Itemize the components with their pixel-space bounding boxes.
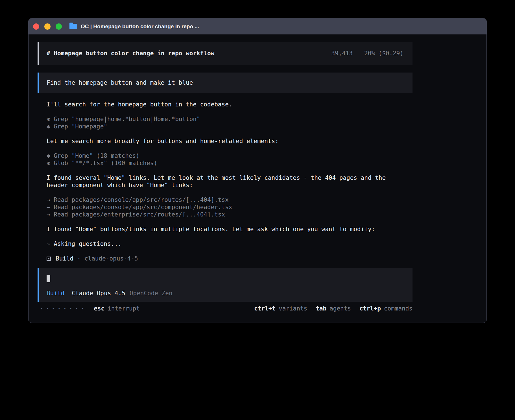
assistant-text: I found several "Home" links. Let me loo… <box>47 174 402 189</box>
window-titlebar[interactable]: OC | Homepage button color change in rep… <box>29 18 486 34</box>
shortcut-label: commands <box>384 305 413 312</box>
shortcut-key: ctrl+p <box>359 305 381 312</box>
shortcut-agents: tab agents <box>316 305 351 312</box>
agent-model: claude-opus-4-5 <box>84 255 138 262</box>
zoom-button[interactable] <box>56 23 62 30</box>
tool-call-read: → Read packages/enterprise/src/routes/[.… <box>47 211 413 218</box>
agent-status-line: Build · claude-opus-4-5 <box>47 255 413 262</box>
shortcut-interrupt: esc interrupt <box>94 305 140 312</box>
minimize-button[interactable] <box>44 23 51 30</box>
shortcut-key: tab <box>316 305 326 312</box>
text-cursor <box>47 275 50 282</box>
separator-dot: · <box>77 255 81 262</box>
spinner-dots-icon: ········ <box>40 305 86 312</box>
tool-call-grep: ✱ Grep "Homepage" <box>47 123 413 130</box>
model-label: Claude Opus 4.5 <box>72 290 125 297</box>
terminal-window: OC | Homepage button color change in rep… <box>28 18 487 323</box>
shortcut-commands: ctrl+p commands <box>359 305 413 312</box>
input-meta: Build Claude Opus 4.5 OpenCode Zen <box>47 290 405 297</box>
window-title: OC | Homepage button color change in rep… <box>81 23 199 30</box>
folder-icon <box>69 24 77 29</box>
tool-call-read: → Read packages/console/app/src/componen… <box>47 204 413 211</box>
terminal-content: # Homepage button color change in repo w… <box>29 34 486 323</box>
checkbox-badge-icon <box>47 257 51 261</box>
shortcut-key: ctrl+t <box>254 305 276 312</box>
mode-label: Build <box>47 290 64 297</box>
status-bar: ········ esc interrupt ctrl+t variants t… <box>38 305 413 312</box>
assistant-text: I found "Home" buttons/links in multiple… <box>47 226 402 233</box>
tool-call-grep: ✱ Grep "Home" (18 matches) <box>47 152 413 159</box>
shortcut-label: interrupt <box>108 305 140 312</box>
conversation: I'll search for the homepage button in t… <box>38 101 413 262</box>
user-message: Find the homepage button and make it blu… <box>38 73 413 93</box>
window-controls <box>33 23 62 30</box>
tool-call-glob: ✱ Glob "**/*.tsx" (100 matches) <box>47 159 413 167</box>
shortcut-variants: ctrl+t variants <box>254 305 307 312</box>
shortcut-label: agents <box>329 305 351 312</box>
prompt-input[interactable]: Build Claude Opus 4.5 OpenCode Zen <box>38 268 413 302</box>
assistant-text: Let me search more broadly for buttons a… <box>47 137 402 145</box>
session-title: # Homepage button color change in repo w… <box>47 50 214 57</box>
shortcut-key: esc <box>94 305 104 312</box>
shortcut-label: variants <box>279 305 307 312</box>
token-count: 39,413 <box>331 50 353 57</box>
shortcut-group-right: ctrl+t variants tab agents ctrl+p comman… <box>254 305 413 312</box>
tool-call-read: → Read packages/console/app/src/routes/[… <box>47 196 413 204</box>
tool-call-grep: ✱ Grep "homepage|home.*button|Home.*butt… <box>47 115 413 123</box>
working-status: ~ Asking questions... <box>47 240 413 248</box>
session-stats: 39,413 20% ($0.29) <box>331 50 403 57</box>
session-header: # Homepage button color change in repo w… <box>38 42 413 65</box>
close-button[interactable] <box>33 23 39 30</box>
agent-name: Build <box>56 255 73 262</box>
provider-label: OpenCode Zen <box>130 290 173 297</box>
context-usage: 20% ($0.29) <box>364 50 403 57</box>
assistant-text: I'll search for the homepage button in t… <box>47 101 402 108</box>
user-message-text: Find the homepage button and make it blu… <box>47 79 193 86</box>
